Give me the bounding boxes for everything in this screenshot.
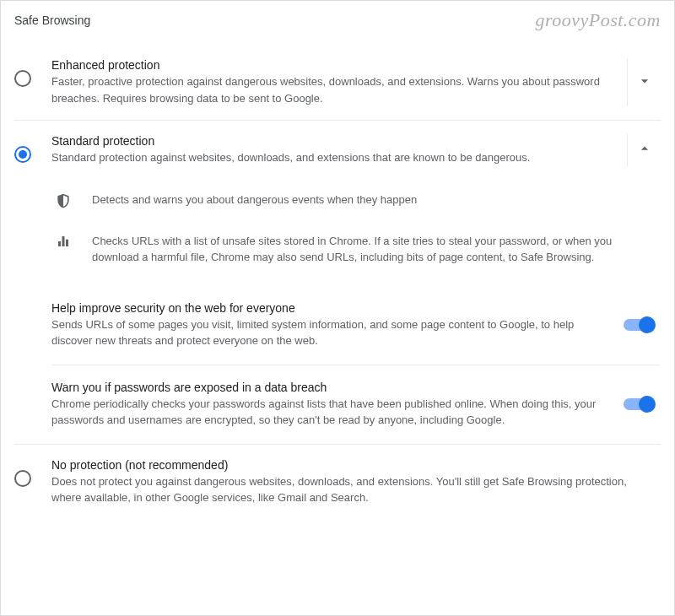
toggle-help-improve[interactable] <box>624 319 654 331</box>
option-none-desc: Does not protect you against dangerous w… <box>51 473 654 506</box>
expand-enhanced[interactable] <box>627 58 661 106</box>
option-enhanced[interactable]: Enhanced protection Faster, proactive pr… <box>14 45 661 120</box>
option-enhanced-title: Enhanced protection <box>51 58 620 72</box>
section-title: Safe Browsing <box>14 14 90 27</box>
shield-icon <box>51 192 75 209</box>
standard-details: Detects and warns you about dangerous ev… <box>14 180 661 444</box>
sub-warn-breach: Warn you if passwords are exposed in a d… <box>51 365 661 444</box>
chevron-down-icon <box>636 73 653 92</box>
watermark: groovyPost.com <box>535 9 661 31</box>
bars-icon <box>51 233 75 249</box>
option-enhanced-desc: Faster, proactive protection against dan… <box>51 73 620 106</box>
radio-no-protection[interactable] <box>14 470 31 487</box>
sub-warn-desc: Chrome periodically checks your password… <box>51 396 607 429</box>
option-standard[interactable]: Standard protection Standard protection … <box>14 121 661 180</box>
option-standard-desc: Standard protection against websites, do… <box>51 149 620 166</box>
standard-detail-1: Checks URLs with a list of unsafe sites … <box>75 233 661 266</box>
option-none-title: No protection (not recommended) <box>51 458 654 472</box>
sub-help-title: Help improve security on the web for eve… <box>51 301 607 315</box>
option-standard-title: Standard protection <box>51 134 620 148</box>
chevron-up-icon <box>636 140 653 159</box>
option-no-protection[interactable]: No protection (not recommended) Does not… <box>14 445 661 520</box>
radio-standard[interactable] <box>14 146 31 163</box>
toggle-warn-breach[interactable] <box>624 398 654 410</box>
svg-rect-1 <box>62 236 65 246</box>
sub-help-desc: Sends URLs of some pages you visit, limi… <box>51 316 607 349</box>
sub-warn-title: Warn you if passwords are exposed in a d… <box>51 381 607 394</box>
sub-help-improve: Help improve security on the web for eve… <box>51 286 661 365</box>
svg-rect-0 <box>58 241 61 246</box>
standard-detail-0: Detects and warns you about dangerous ev… <box>75 192 661 208</box>
radio-enhanced[interactable] <box>14 70 31 87</box>
collapse-standard[interactable] <box>627 134 661 166</box>
svg-rect-2 <box>66 239 68 246</box>
